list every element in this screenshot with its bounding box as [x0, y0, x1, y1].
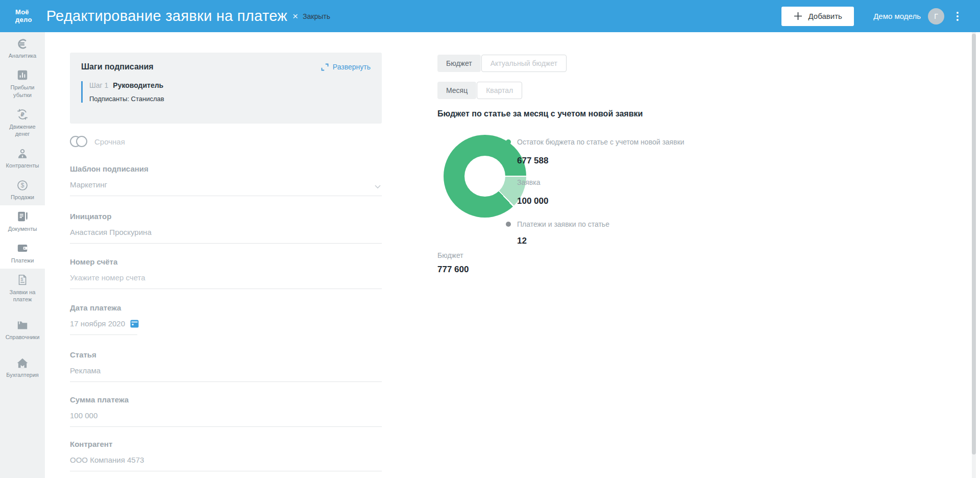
add-button[interactable]: Добавить — [781, 7, 854, 26]
field-signing-template: Шаблон подписания Маркетинг — [70, 164, 382, 196]
article-input[interactable]: Реклама — [70, 366, 382, 382]
tab-actual-budget[interactable]: Актуальный бюджет — [481, 55, 567, 72]
field-label: Номер счёта — [70, 257, 382, 266]
field-label: Контрагент — [70, 440, 382, 448]
account-name[interactable]: Демо модель — [873, 12, 921, 20]
field-payment-date: Дата платежа 17 ноября 2020 — [70, 303, 137, 335]
field-initiator: Инициатор Анастасия Проскурина — [70, 212, 382, 244]
avatar[interactable]: Г — [928, 8, 944, 25]
payment-amount-input[interactable]: 100 000 — [70, 411, 382, 427]
field-account-number: Номер счёта Укажите номер счета — [70, 257, 382, 289]
sidebar-item-payment-requests[interactable]: $ Заявки на платеж — [0, 269, 45, 308]
svg-text:$: $ — [21, 277, 23, 282]
field-label: Дата платежа — [70, 303, 137, 312]
sidebar-item-accounting[interactable]: Бухгалтерия — [0, 351, 45, 383]
sidebar-item-label: Справочники — [2, 333, 43, 341]
budget-donut-hole — [464, 156, 505, 197]
sales-icon: $ — [2, 178, 43, 192]
analytics-icon — [2, 37, 43, 51]
logo-line-2: дело — [15, 16, 32, 24]
page-title: Редактирование заявки на платеж — [46, 8, 287, 25]
kebab-menu-icon[interactable] — [954, 10, 961, 23]
field-label: Шаблон подписания — [70, 164, 382, 173]
step-signers: Подписанты: Станислав — [89, 95, 371, 103]
field-counterparty: Контрагент ООО Компания 4573 — [70, 440, 382, 471]
sidebar-item-payments[interactable]: Платежи — [0, 237, 45, 269]
logo-line-1: Моё — [15, 9, 32, 16]
counterparties-icon — [2, 147, 43, 160]
sidebar-item-cashflow[interactable]: ₽ Движение денег — [0, 103, 45, 142]
urgent-toggle[interactable] — [70, 136, 88, 147]
legend-dot-remaining — [506, 139, 511, 145]
payment-date-input[interactable]: 17 ноября 2020 — [70, 319, 137, 335]
signing-steps-panel: Шаги подписания Развернуть Шаг 1 Руковод… — [70, 53, 382, 124]
sidebar-item-analytics[interactable]: Аналитика — [0, 32, 45, 64]
step-number: Шаг 1 — [89, 81, 108, 89]
calendar-icon[interactable] — [130, 319, 139, 328]
legend-label-remaining: Остаток бюджета по статье с учетом новой… — [517, 138, 684, 146]
app-logo[interactable]: Моё дело — [15, 9, 32, 24]
field-payment-amount: Сумма платежа 100 000 — [70, 395, 382, 427]
sidebar-item-sales[interactable]: $ Продажи — [0, 174, 45, 205]
expand-icon — [321, 63, 329, 71]
svg-text:₽: ₽ — [20, 111, 24, 117]
directories-icon — [2, 318, 43, 332]
sidebar-item-directories[interactable]: Справочники — [0, 314, 45, 345]
field-value: 17 ноября 2020 — [70, 319, 125, 328]
close-x-icon[interactable]: × — [292, 11, 298, 21]
close-button[interactable]: Закрыть — [303, 12, 330, 20]
profit-loss-icon — [2, 68, 43, 82]
budget-total-value: 777 600 — [437, 265, 469, 275]
period-tabs: Месяц Квартал — [437, 82, 522, 99]
field-article: Статья Реклама — [70, 350, 382, 382]
sidebar-item-label: Бухгалтерия — [2, 371, 43, 379]
tab-budget[interactable]: Бюджет — [437, 55, 481, 72]
expand-label: Развернуть — [333, 63, 371, 71]
documents-icon — [2, 210, 43, 224]
app-header: Моё дело Редактирование заявки на платеж… — [0, 0, 980, 32]
urgent-toggle-label: Срочная — [94, 137, 125, 146]
scrollbar-thumb[interactable] — [972, 34, 976, 455]
legend-label-payments-count: Платежи и заявки по статье — [517, 220, 609, 228]
sidebar-item-label: Прибыли убытки — [2, 84, 43, 99]
field-label: Сумма платежа — [70, 395, 382, 404]
sidebar-item-documents[interactable]: Документы — [0, 205, 45, 237]
legend-label-request: Заявка — [517, 178, 540, 186]
legend-value-payments-count: 12 — [517, 236, 527, 246]
account-number-input[interactable]: Укажите номер счета — [70, 273, 382, 289]
add-button-label: Добавить — [808, 12, 842, 20]
legend-dot-request — [506, 180, 511, 185]
legend-value-request: 100 000 — [517, 196, 548, 206]
step-role: Руководитель — [113, 81, 163, 89]
cashflow-icon: ₽ — [2, 108, 43, 122]
chevron-down-icon — [375, 182, 381, 190]
sidebar: Аналитика Прибыли убытки ₽ Движение дене… — [0, 32, 45, 478]
signing-steps-title: Шаги подписания — [81, 62, 154, 71]
sidebar-item-label: Документы — [2, 225, 43, 233]
budget-type-tabs: Бюджет Актуальный бюджет — [437, 55, 567, 72]
sidebar-item-counterparties[interactable]: Контрагенты — [0, 142, 45, 174]
field-label: Статья — [70, 350, 382, 359]
signing-template-select[interactable]: Маркетинг — [70, 180, 382, 196]
budget-total-label: Бюджет — [437, 251, 463, 259]
sidebar-item-label: Контрагенты — [2, 162, 43, 170]
payment-request-icon: $ — [2, 273, 43, 287]
svg-text:$: $ — [21, 182, 24, 189]
legend-dot-payments-count — [506, 222, 511, 227]
sidebar-item-label: Аналитика — [2, 52, 43, 60]
accounting-icon — [2, 356, 43, 370]
sidebar-item-label: Заявки на платеж — [2, 289, 43, 304]
signing-step: Шаг 1 Руководитель Подписанты: Станислав — [81, 81, 371, 103]
sidebar-item-profit-loss[interactable]: Прибыли убытки — [0, 64, 45, 103]
counterparty-input[interactable]: ООО Компания 4573 — [70, 456, 382, 471]
initiator-input[interactable]: Анастасия Проскурина — [70, 228, 382, 244]
chart-title: Бюджет по статье за месяц с учетом новой… — [437, 109, 643, 118]
field-label: Инициатор — [70, 212, 382, 221]
tab-quarter[interactable]: Квартал — [477, 82, 522, 99]
payments-icon — [2, 242, 43, 255]
expand-button[interactable]: Развернуть — [321, 63, 371, 71]
tab-month[interactable]: Месяц — [437, 82, 476, 99]
field-value: Маркетинг — [70, 180, 107, 189]
sidebar-item-label: Платежи — [2, 257, 43, 265]
urgent-toggle-row[interactable]: Срочная — [70, 136, 125, 147]
